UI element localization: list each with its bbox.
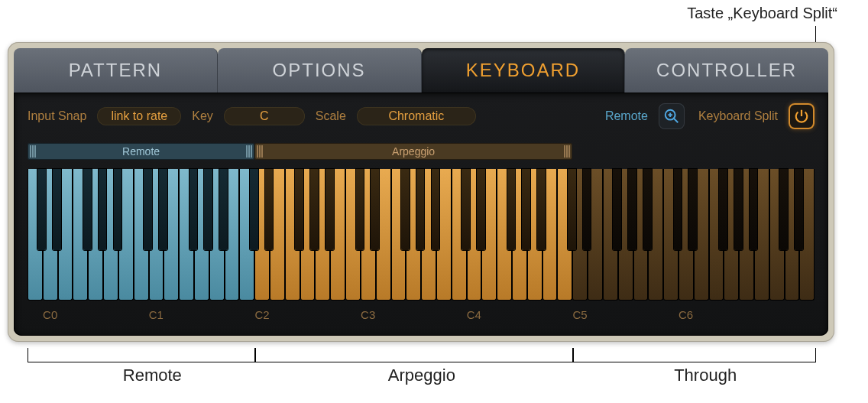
piano-key-black[interactable]	[356, 169, 364, 250]
piano-key[interactable]	[239, 169, 254, 301]
piano-key[interactable]	[769, 169, 785, 301]
piano-key[interactable]	[497, 169, 512, 301]
piano-key-black[interactable]	[507, 169, 516, 250]
piano-key-black[interactable]	[643, 169, 652, 250]
piano-key-black[interactable]	[734, 169, 743, 250]
power-icon	[793, 108, 810, 125]
piano-key[interactable]	[709, 169, 724, 301]
remote-range-label: Remote	[122, 145, 160, 158]
remote-range-handle[interactable]: Remote	[28, 143, 254, 160]
split-range-row: Remote Arpeggio	[28, 143, 815, 160]
piano-key-black[interactable]	[371, 169, 379, 250]
plugin-window: PATTERN OPTIONS KEYBOARD CONTROLLER Inpu…	[8, 42, 834, 342]
note-label: C5	[572, 308, 587, 321]
annotation-remote-label: Remote	[123, 366, 182, 385]
bracket-through	[572, 348, 816, 362]
piano-key-black[interactable]	[326, 169, 334, 250]
piano-key-black[interactable]	[189, 169, 198, 250]
svg-line-1	[674, 119, 679, 123]
tab-pattern[interactable]: PATTERN	[14, 48, 218, 93]
note-label: C4	[467, 308, 481, 321]
parameter-row: Input Snap link to rate Key C Scale Chro…	[28, 103, 815, 129]
remote-label: Remote	[605, 109, 648, 123]
tab-controller[interactable]: CONTROLLER	[625, 48, 828, 93]
piano-key-black[interactable]	[310, 169, 319, 250]
piano-key-black[interactable]	[583, 169, 591, 250]
scale-value[interactable]: Chromatic	[357, 107, 476, 125]
piano-key-black[interactable]	[688, 169, 697, 250]
scale-label: Scale	[316, 109, 346, 123]
piano-key-black[interactable]	[462, 169, 470, 250]
key-label: Key	[192, 109, 213, 123]
piano-key-black[interactable]	[750, 169, 758, 250]
piano-key-black[interactable]	[613, 169, 621, 250]
piano-key-black[interactable]	[719, 169, 727, 250]
piano-key[interactable]	[603, 169, 618, 301]
piano-key[interactable]	[73, 169, 88, 301]
remote-zoom-button[interactable]	[659, 103, 685, 129]
tab-bar: PATTERN OPTIONS KEYBOARD CONTROLLER	[8, 42, 834, 93]
piano-key[interactable]	[134, 169, 149, 301]
keyboard-display[interactable]	[28, 169, 815, 301]
keyboard-panel: Input Snap link to rate Key C Scale Chro…	[14, 93, 828, 336]
arpeggio-range-handle[interactable]: Arpeggio	[254, 143, 572, 160]
tab-options[interactable]: OPTIONS	[218, 48, 422, 93]
annotation-through-label: Through	[674, 366, 737, 385]
note-label: C2	[254, 308, 269, 321]
piano-key-black[interactable]	[83, 169, 92, 250]
piano-key-black[interactable]	[144, 169, 152, 250]
magnifier-plus-icon	[663, 108, 680, 125]
bracket-remote	[28, 348, 256, 362]
piano-key[interactable]	[179, 169, 194, 301]
piano-key-black[interactable]	[295, 169, 303, 250]
piano-key-black[interactable]	[416, 169, 425, 250]
piano-key[interactable]	[345, 169, 361, 301]
input-snap-value[interactable]: link to rate	[97, 107, 181, 125]
piano-key-black[interactable]	[265, 169, 274, 250]
piano-key[interactable]	[663, 169, 679, 301]
piano-key[interactable]	[452, 169, 467, 301]
note-label: C3	[361, 308, 375, 321]
note-label: C1	[149, 308, 164, 321]
piano-key-black[interactable]	[53, 169, 61, 250]
piano-key-black[interactable]	[568, 169, 576, 250]
arpeggio-range-label: Arpeggio	[392, 145, 435, 158]
key-value[interactable]: C	[224, 107, 305, 125]
keyboard-split-label: Keyboard Split	[698, 109, 778, 123]
piano-key-black[interactable]	[114, 169, 122, 250]
piano-key-black[interactable]	[522, 169, 530, 250]
piano-key-black[interactable]	[37, 169, 46, 250]
note-label: C0	[43, 308, 57, 321]
piano-key-black[interactable]	[401, 169, 410, 250]
input-snap-label: Input Snap	[28, 109, 86, 123]
piano-key-black[interactable]	[628, 169, 636, 250]
piano-key-black[interactable]	[477, 169, 485, 250]
piano-key-black[interactable]	[795, 169, 803, 250]
tab-keyboard[interactable]: KEYBOARD	[422, 48, 626, 93]
keyboard-split-button[interactable]	[789, 103, 815, 129]
piano-key-black[interactable]	[779, 169, 788, 250]
piano-key-black[interactable]	[674, 169, 682, 250]
piano-key-black[interactable]	[219, 169, 228, 250]
bracket-arpeggio	[254, 348, 574, 362]
note-label: C6	[679, 308, 693, 321]
piano-key-black[interactable]	[159, 169, 167, 250]
piano-key[interactable]	[557, 169, 572, 301]
callout-keyboard-split: Taste „Keyboard Split“	[687, 5, 837, 22]
piano-key-black[interactable]	[537, 169, 546, 250]
piano-key-black[interactable]	[204, 169, 212, 250]
key-scale-labels: C0C1C2C3C4C5C6	[28, 308, 815, 323]
annotation-arpeggio-label: Arpeggio	[388, 366, 455, 385]
piano-key-black[interactable]	[432, 169, 440, 250]
piano-key[interactable]	[391, 169, 406, 301]
piano-key-black[interactable]	[99, 169, 107, 250]
piano-key[interactable]	[28, 169, 43, 301]
piano-key-black[interactable]	[250, 169, 258, 250]
piano-key[interactable]	[285, 169, 300, 301]
